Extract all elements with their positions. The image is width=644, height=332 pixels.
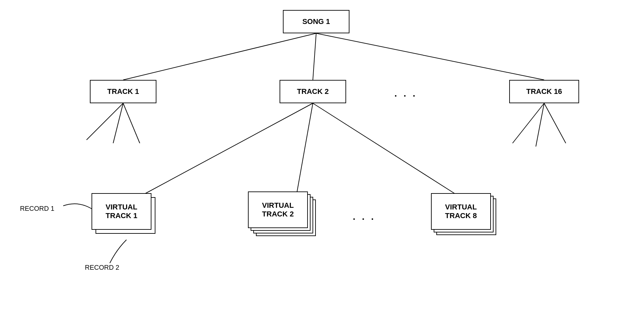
- connection-lines: [0, 0, 644, 332]
- track1-label: TRACK 1: [107, 87, 139, 96]
- svg-line-1: [313, 33, 316, 80]
- record1-label: RECORD 1: [20, 205, 54, 212]
- svg-line-9: [513, 103, 544, 143]
- svg-line-7: [296, 103, 313, 196]
- vtrack-ellipsis: . . .: [353, 211, 376, 222]
- virtual-track2-node: VIRTUALTRACK 2: [248, 191, 318, 236]
- track2-label: TRACK 2: [297, 87, 328, 96]
- svg-line-8: [313, 103, 459, 196]
- virtual-track1-node: VIRTUALTRACK 1: [92, 193, 157, 235]
- svg-line-2: [316, 33, 544, 80]
- vt2-label: VIRTUALTRACK 2: [262, 201, 294, 218]
- svg-line-0: [123, 33, 316, 80]
- vt1-label: VIRTUALTRACK 1: [106, 203, 137, 220]
- record2-label: RECORD 2: [85, 264, 119, 271]
- track1-node: TRACK 1: [90, 80, 156, 103]
- svg-line-6: [140, 103, 313, 196]
- vt8-label: VIRTUALTRACK 8: [445, 203, 477, 220]
- track16-label: TRACK 16: [526, 87, 562, 96]
- svg-line-4: [113, 103, 123, 143]
- diagram-container: SONG 1 TRACK 1 TRACK 2 TRACK 16 . . . VI…: [0, 0, 644, 332]
- svg-line-5: [123, 103, 140, 143]
- song1-node: SONG 1: [283, 10, 349, 33]
- svg-line-11: [544, 103, 566, 143]
- track-ellipsis: . . .: [394, 88, 417, 99]
- track2-node: TRACK 2: [280, 80, 346, 103]
- svg-line-10: [536, 103, 544, 147]
- song1-label: SONG 1: [302, 17, 330, 26]
- virtual-track8-node: VIRTUALTRACK 8: [431, 193, 498, 235]
- svg-line-3: [87, 103, 123, 140]
- track16-node: TRACK 16: [509, 80, 579, 103]
